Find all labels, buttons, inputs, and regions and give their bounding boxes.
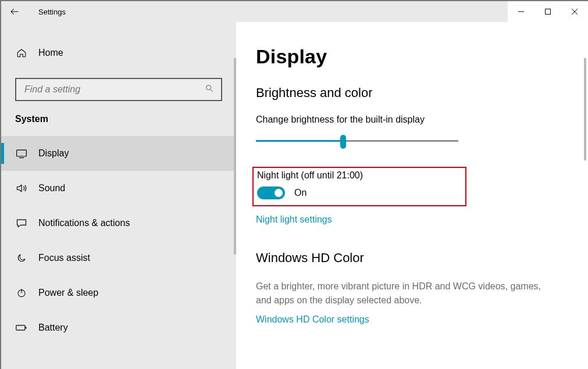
sound-icon	[15, 183, 28, 194]
speech-bubble-icon	[15, 218, 28, 228]
search-field[interactable]	[15, 78, 222, 101]
display-icon	[15, 148, 28, 159]
svg-rect-1	[546, 9, 551, 15]
page-title: Display	[256, 45, 588, 68]
home-icon	[15, 48, 28, 58]
power-icon	[15, 288, 28, 298]
nav-item-notifications[interactable]: Notifications & actions	[1, 206, 236, 241]
nav-item-label: Sound	[38, 183, 65, 194]
nav-list: Display Sound Notifications & actions Fo…	[1, 128, 236, 345]
nav-item-label: Display	[38, 148, 69, 159]
nav-item-label: Battery	[38, 323, 68, 333]
titlebar: Settings	[1, 1, 588, 22]
maximize-button[interactable]	[534, 1, 561, 22]
svg-rect-11	[26, 327, 27, 328]
search-icon	[205, 84, 214, 95]
brightness-label: Change brightness for the built-in displ…	[256, 114, 588, 125]
close-icon	[571, 8, 578, 15]
svg-point-4	[206, 85, 211, 90]
arrow-left-icon	[9, 6, 20, 17]
nav-item-label: Notifications & actions	[38, 218, 130, 228]
sidebar: Home System Display Sound	[1, 22, 236, 369]
nav-item-battery[interactable]: Battery	[1, 310, 236, 345]
home-nav[interactable]: Home	[1, 40, 236, 66]
close-button[interactable]	[561, 1, 588, 22]
nav-item-label: Focus assist	[38, 253, 90, 263]
night-light-state: On	[294, 188, 307, 198]
nav-item-display[interactable]: Display	[1, 136, 236, 171]
hd-color-settings-link[interactable]: Windows HD Color settings	[256, 314, 588, 325]
hd-section-title: Windows HD Color	[256, 250, 588, 266]
content-pane: Display Brightness and color Change brig…	[236, 22, 588, 369]
maximize-icon	[544, 8, 551, 15]
slider-thumb[interactable]	[340, 135, 346, 149]
night-light-toggle[interactable]	[257, 187, 285, 199]
minimize-button[interactable]	[508, 1, 534, 22]
content-scrollbar[interactable]	[584, 58, 586, 160]
moon-icon	[15, 253, 28, 263]
night-light-highlight: Night light (off until 21:00) On	[252, 167, 466, 206]
search-input[interactable]	[23, 84, 205, 95]
nav-item-label: Power & sleep	[38, 288, 98, 298]
brightness-slider[interactable]	[256, 133, 458, 149]
battery-icon	[15, 324, 28, 332]
home-label: Home	[38, 48, 63, 58]
nav-item-sound[interactable]: Sound	[1, 171, 236, 206]
svg-rect-6	[17, 150, 27, 156]
category-title: System	[1, 101, 236, 128]
minimize-icon	[518, 8, 525, 15]
nav-item-power[interactable]: Power & sleep	[1, 275, 236, 310]
brightness-section-title: Brightness and color	[256, 85, 588, 101]
svg-line-5	[211, 89, 213, 92]
back-button[interactable]	[1, 1, 28, 22]
night-light-label: Night light (off until 21:00)	[257, 170, 462, 181]
svg-rect-10	[16, 325, 25, 330]
nav-item-focus-assist[interactable]: Focus assist	[1, 241, 236, 275]
window-title: Settings	[28, 8, 66, 16]
night-light-settings-link[interactable]: Night light settings	[256, 214, 588, 225]
toggle-knob	[275, 189, 283, 197]
hd-description: Get a brighter, more vibrant picture in …	[256, 280, 558, 307]
